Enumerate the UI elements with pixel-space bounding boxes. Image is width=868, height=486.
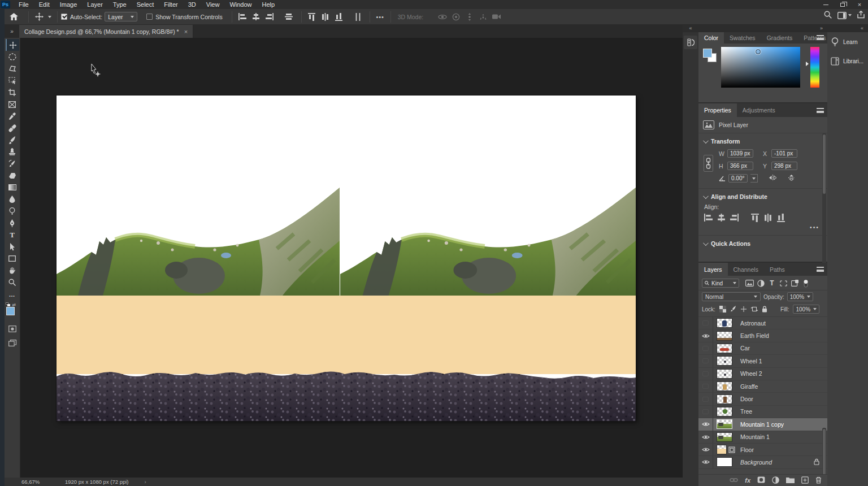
tab-layers[interactable]: Layers	[698, 263, 728, 276]
layer-thumbnail[interactable]	[717, 407, 732, 416]
filter-adjustment-layers-icon[interactable]	[755, 280, 766, 287]
align-center-h-icon[interactable]	[717, 214, 726, 222]
layer-row-earth-field[interactable]: Earth Field	[698, 329, 827, 342]
shape-tool[interactable]	[6, 253, 19, 264]
path-selection-tool[interactable]	[6, 241, 19, 253]
workspace-switcher[interactable]	[837, 12, 852, 19]
history-panel-icon[interactable]	[684, 36, 697, 49]
lock-transparency-icon[interactable]	[719, 306, 726, 313]
layers-panel-menu-icon[interactable]	[817, 267, 824, 272]
lock-all-icon[interactable]	[762, 306, 767, 313]
y-field[interactable]: 298 px	[771, 162, 797, 170]
align-vertical-centers-icon[interactable]	[282, 11, 296, 23]
restore-button[interactable]	[834, 0, 851, 9]
tool-preset-caret[interactable]	[48, 16, 51, 18]
new-group-icon[interactable]	[786, 476, 795, 484]
menu-window[interactable]: Window	[224, 0, 257, 9]
blur-tool[interactable]	[6, 193, 19, 205]
align-top-icon[interactable]	[751, 214, 760, 222]
delete-layer-icon[interactable]	[815, 476, 822, 485]
filter-smart-objects-icon[interactable]	[789, 280, 800, 287]
menu-image[interactable]: Image	[55, 0, 83, 9]
layer-thumbnail[interactable]	[717, 419, 732, 429]
layer-row-door[interactable]: Door	[698, 393, 827, 405]
layer-thumbnail[interactable]	[717, 356, 732, 366]
color-field-cursor[interactable]	[756, 49, 761, 54]
move-tool-icon[interactable]	[32, 11, 46, 23]
transform-section-header[interactable]: Transform	[698, 133, 827, 148]
menu-file[interactable]: File	[14, 0, 34, 9]
tab-paths[interactable]: Paths	[764, 263, 791, 276]
hand-tool[interactable]	[6, 264, 19, 276]
clone-stamp-tool[interactable]	[6, 146, 19, 158]
edit-toolbar-icon[interactable]: …	[6, 288, 19, 300]
gradient-tool[interactable]	[6, 181, 19, 193]
more-align-options-icon[interactable]: •••	[374, 11, 387, 23]
rotation-dropdown-icon[interactable]	[750, 174, 758, 183]
layer-row-mountain-1[interactable]: Mountain 1	[698, 431, 827, 444]
distribute-vertical-centers-icon[interactable]	[351, 11, 365, 23]
align-more-icon[interactable]: •••	[698, 223, 827, 233]
visibility-toggle[interactable]	[698, 317, 713, 329]
toolbar-collapse-icon[interactable]: »	[5, 28, 19, 38]
quick-mask-icon[interactable]	[6, 323, 19, 335]
brush-tool[interactable]	[6, 134, 19, 146]
menu-edit[interactable]: Edit	[34, 0, 55, 9]
tab-channels[interactable]: Channels	[728, 263, 764, 276]
fill-dropdown[interactable]: 100%	[793, 305, 819, 314]
x-field[interactable]: -101 px	[771, 149, 797, 158]
menu-filter[interactable]: Filter	[159, 0, 183, 9]
layer-row-giraffe[interactable]: Giraffe	[698, 380, 827, 393]
height-field[interactable]: 366 px	[727, 162, 753, 170]
lock-position-icon[interactable]	[740, 306, 747, 313]
minimize-button[interactable]	[817, 0, 834, 9]
spot-healing-brush-tool[interactable]	[6, 122, 19, 134]
add-mask-icon[interactable]	[757, 476, 765, 484]
share-icon[interactable]	[857, 11, 865, 20]
tab-adjustments[interactable]: Adjustments	[737, 103, 781, 117]
visibility-toggle[interactable]	[698, 393, 713, 405]
new-layer-icon[interactable]	[801, 476, 809, 485]
learn-panel-button[interactable]: Learn	[827, 32, 868, 52]
align-left-edges-icon[interactable]	[236, 11, 249, 23]
link-layers-icon[interactable]	[730, 477, 738, 484]
lock-artboard-icon[interactable]	[751, 306, 758, 313]
menu-select[interactable]: Select	[132, 0, 159, 9]
properties-panel-menu-icon[interactable]	[817, 108, 824, 113]
libraries-panel-button[interactable]: Librari...	[827, 52, 868, 71]
align-right-icon[interactable]	[730, 214, 739, 222]
search-icon[interactable]	[824, 11, 832, 20]
screen-mode-icon[interactable]	[6, 337, 19, 349]
auto-select-target-dropdown[interactable]: Layer	[105, 12, 137, 21]
align-right-edges-icon[interactable]	[263, 11, 276, 23]
history-brush-tool[interactable]	[6, 158, 19, 170]
rotation-field[interactable]: 0.00°	[728, 174, 748, 183]
filter-pixel-layers-icon[interactable]	[744, 280, 755, 287]
visibility-toggle[interactable]	[698, 418, 713, 430]
visibility-toggle[interactable]	[698, 431, 713, 443]
layer-thumbnail[interactable]	[717, 394, 732, 404]
menu-3d[interactable]: 3D	[183, 0, 201, 9]
tab-swatches[interactable]: Swatches	[724, 32, 761, 44]
layer-thumbnail[interactable]	[717, 369, 732, 379]
eyedropper-tool[interactable]	[6, 110, 19, 122]
adjustment-layer-icon[interactable]	[772, 476, 779, 485]
distribute-horizontal-centers-icon[interactable]	[319, 11, 332, 23]
menu-help[interactable]: Help	[257, 0, 280, 9]
object-selection-tool[interactable]	[6, 75, 19, 86]
layer-thumbnail[interactable]	[717, 344, 732, 353]
link-dimensions-icon[interactable]	[704, 155, 713, 172]
home-icon[interactable]	[7, 11, 20, 23]
visibility-toggle[interactable]	[698, 368, 713, 380]
visibility-toggle[interactable]	[698, 329, 713, 341]
tab-patterns[interactable]: Patterns	[798, 32, 831, 44]
default-colors-icon[interactable]	[6, 302, 10, 306]
dock-expand-icon[interactable]: «	[683, 25, 698, 32]
fg-color-chip[interactable]	[703, 49, 712, 58]
layer-row-car[interactable]: Car	[698, 342, 827, 355]
flip-horizontal-icon[interactable]	[769, 175, 777, 182]
zoom-tool[interactable]	[6, 276, 19, 288]
right-dock-expand-icon[interactable]: «	[827, 25, 868, 32]
blend-mode-dropdown[interactable]: Normal	[702, 292, 761, 301]
auto-select-checkbox[interactable]	[61, 14, 67, 20]
